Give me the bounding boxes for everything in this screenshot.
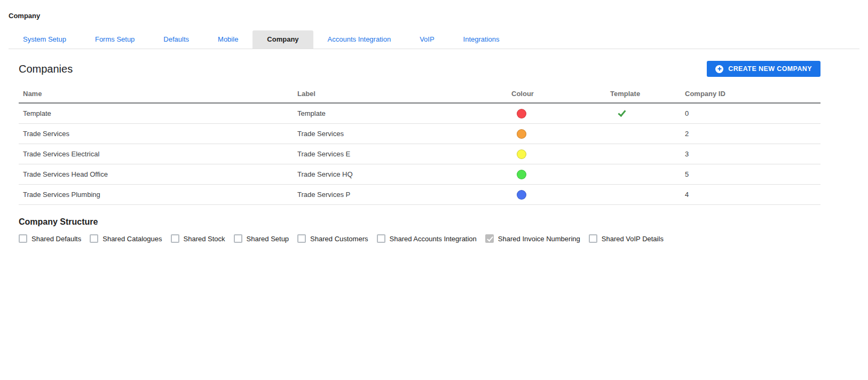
- checkbox-item-shared-accounts-integration[interactable]: Shared Accounts Integration: [377, 234, 477, 243]
- company-colour-cell: [507, 149, 606, 159]
- content: Companies CREATE NEW COMPANY NameLabelCo…: [19, 61, 820, 243]
- checkbox-item-shared-invoice-numbering[interactable]: Shared Invoice Numbering: [485, 234, 580, 243]
- company-name-cell: Trade Services Head Office: [19, 170, 293, 178]
- company-colour-cell: [507, 170, 606, 179]
- tab-mobile[interactable]: Mobile: [203, 30, 252, 49]
- table-row[interactable]: Trade Services Head OfficeTrade Service …: [19, 164, 820, 185]
- company-id-cell: 4: [681, 191, 820, 199]
- company-colour-cell: [507, 109, 606, 118]
- company-colour-cell: [507, 129, 606, 139]
- column-header-colour: Colour: [507, 90, 606, 98]
- company-name-cell: Trade Services Electrical: [19, 150, 293, 158]
- checkbox-label: Shared Invoice Numbering: [498, 235, 580, 243]
- template-check-icon: [618, 108, 626, 117]
- content-header: Companies CREATE NEW COMPANY: [19, 61, 820, 77]
- column-header-company-id: Company ID: [681, 90, 820, 98]
- checkbox-label: Shared Customers: [310, 235, 368, 243]
- checkbox-label: Shared Defaults: [31, 235, 81, 243]
- tab-company[interactable]: Company: [252, 30, 313, 49]
- checkbox-unchecked-icon[interactable]: [234, 234, 242, 243]
- company-structure-options: Shared DefaultsShared CataloguesShared S…: [19, 234, 820, 243]
- companies-heading: Companies: [19, 63, 73, 75]
- tab-forms-setup[interactable]: Forms Setup: [81, 30, 149, 49]
- tab-strip: System SetupForms SetupDefaultsMobileCom…: [9, 30, 859, 49]
- plus-circle-icon: [715, 65, 723, 73]
- company-label-cell: Trade Service HQ: [293, 170, 507, 178]
- tab-defaults[interactable]: Defaults: [149, 30, 203, 49]
- table-row[interactable]: TemplateTemplate0: [19, 104, 820, 124]
- tab-system-setup[interactable]: System Setup: [9, 30, 81, 49]
- company-structure-heading: Company Structure: [19, 217, 820, 227]
- checkbox-unchecked-icon[interactable]: [589, 234, 597, 243]
- company-name-cell: Template: [19, 109, 293, 117]
- tab-accounts-integration[interactable]: Accounts Integration: [313, 30, 406, 49]
- colour-swatch-yellow: [517, 149, 526, 159]
- checkbox-unchecked-icon[interactable]: [377, 234, 385, 243]
- company-label-cell: Trade Services P: [293, 191, 507, 199]
- table-row[interactable]: Trade ServicesTrade Services2: [19, 124, 820, 144]
- tab-bar: System SetupForms SetupDefaultsMobileCom…: [9, 30, 859, 49]
- checkbox-checked-icon[interactable]: [485, 234, 494, 243]
- checkbox-unchecked-icon[interactable]: [90, 234, 98, 243]
- column-header-label: Label: [293, 90, 507, 98]
- column-header-template: Template: [606, 90, 681, 98]
- company-label-cell: Trade Services: [293, 130, 507, 138]
- company-id-cell: 0: [681, 109, 820, 117]
- table-header-row: NameLabelColourTemplateCompany ID: [19, 84, 820, 104]
- table-row[interactable]: Trade Services PlumbingTrade Services P4: [19, 185, 820, 205]
- checkbox-item-shared-voip-details[interactable]: Shared VoIP Details: [589, 234, 664, 243]
- colour-swatch-orange: [517, 129, 526, 139]
- table-body: TemplateTemplate0Trade ServicesTrade Ser…: [19, 104, 820, 205]
- checkbox-label: Shared VoIP Details: [602, 235, 664, 243]
- companies-table: NameLabelColourTemplateCompany ID Templa…: [19, 84, 820, 205]
- checkbox-label: Shared Accounts Integration: [390, 235, 477, 243]
- tab-integrations[interactable]: Integrations: [449, 30, 514, 49]
- company-id-cell: 3: [681, 150, 820, 158]
- checkbox-item-shared-setup[interactable]: Shared Setup: [234, 234, 289, 243]
- company-label-cell: Trade Services E: [293, 150, 507, 158]
- company-name-cell: Trade Services Plumbing: [19, 191, 293, 199]
- colour-swatch-blue: [517, 190, 526, 200]
- tab-voip[interactable]: VoIP: [405, 30, 448, 49]
- colour-swatch-red: [517, 109, 526, 118]
- create-button-label: CREATE NEW COMPANY: [728, 65, 812, 73]
- checkbox-unchecked-icon[interactable]: [171, 234, 179, 243]
- checkbox-item-shared-catalogues[interactable]: Shared Catalogues: [90, 234, 162, 243]
- checkbox-label: Shared Setup: [247, 235, 289, 243]
- checkbox-unchecked-icon[interactable]: [19, 234, 27, 243]
- column-header-name: Name: [19, 90, 293, 98]
- checkbox-item-shared-defaults[interactable]: Shared Defaults: [19, 234, 81, 243]
- company-id-cell: 5: [681, 170, 820, 178]
- company-id-cell: 2: [681, 130, 820, 138]
- company-colour-cell: [507, 190, 606, 200]
- checkbox-unchecked-icon[interactable]: [297, 234, 306, 243]
- company-template-cell: [606, 111, 681, 116]
- table-row[interactable]: Trade Services ElectricalTrade Services …: [19, 144, 820, 164]
- create-new-company-button[interactable]: CREATE NEW COMPANY: [707, 61, 820, 77]
- checkbox-item-shared-stock[interactable]: Shared Stock: [171, 234, 225, 243]
- checkbox-label: Shared Catalogues: [102, 235, 162, 243]
- checkbox-item-shared-customers[interactable]: Shared Customers: [297, 234, 368, 243]
- company-name-cell: Trade Services: [19, 130, 293, 138]
- page-title: Company: [0, 0, 868, 20]
- checkbox-label: Shared Stock: [184, 235, 225, 243]
- colour-swatch-green: [517, 170, 526, 179]
- company-label-cell: Template: [293, 109, 507, 117]
